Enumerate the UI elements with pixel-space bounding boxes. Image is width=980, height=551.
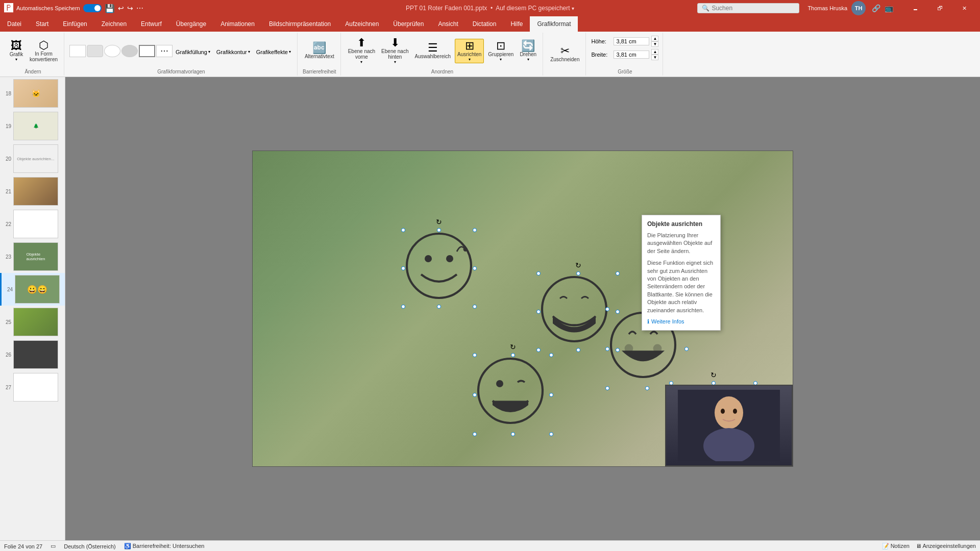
grafik-button[interactable]: 🖼 Grafik ▾ [6,39,27,63]
breite-input[interactable] [614,51,649,59]
rotate-handle-5[interactable]: ↻ [710,371,717,379]
emoji-obj-4[interactable]: ↻ [475,355,551,434]
preset-5[interactable] [139,45,155,57]
present-icon[interactable]: 📺 [885,4,893,12]
handle-br-4[interactable] [549,432,553,436]
slide-thumb-18[interactable]: 18 🐱 [0,77,65,110]
tab-dictation[interactable]: Dictation [465,16,504,32]
handle-ml-4[interactable] [473,393,477,397]
handle-tl-4[interactable] [473,353,477,357]
handle-bl-4[interactable] [473,432,477,436]
tab-start[interactable]: Start [29,16,56,32]
grafikkontur-dropdown[interactable]: Grafikkontur ▾ [214,48,252,56]
preset-2[interactable] [87,45,103,57]
preset-more[interactable]: ⋯ [156,45,173,57]
breite-up[interactable]: ▲ [651,49,658,55]
hohe-spin[interactable]: ▲ ▼ [651,36,658,47]
handle-bm[interactable] [437,305,441,309]
close-button[interactable]: ✕ [952,0,976,16]
ausrichten-button[interactable]: ⊞ Ausrichten ▾ [455,39,484,63]
tab-animationen[interactable]: Animationen [213,16,262,32]
handle-ml-2[interactable] [536,310,541,314]
handle-tr-2[interactable] [616,271,620,276]
slide-thumb-23[interactable]: 23 Objekteausrichten [0,240,65,273]
handle-tl[interactable] [401,228,405,232]
breite-spin[interactable]: ▲ ▼ [651,49,658,60]
handle-tr-4[interactable] [549,353,553,357]
handle-tr[interactable] [473,228,477,232]
display-settings-button[interactable]: 🖥 Anzeigeeinstellungen [916,543,976,549]
rotate-handle-1[interactable]: ↻ [436,218,442,226]
tab-ubergange[interactable]: Übergänge [169,16,213,32]
hohe-input[interactable] [614,37,649,45]
handle-tl-3[interactable] [605,307,609,311]
canvas-area[interactable]: ↻ ↻ [65,77,980,540]
preset-1[interactable] [69,45,86,57]
handle-bl-2[interactable] [536,348,541,352]
location-chevron[interactable]: ▾ [572,6,574,11]
slide-canvas[interactable]: ↻ ↻ [252,151,793,467]
hohe-down[interactable]: ▼ [651,41,658,47]
slide-thumb-22[interactable]: 22 [0,208,65,240]
preset-3[interactable] [104,45,120,57]
toolbar-redo-icon[interactable]: ↪ [127,4,133,12]
hohe-up[interactable]: ▲ [651,36,658,41]
toolbar-save-icon[interactable]: 💾 [105,4,115,13]
auswahlbereich-button[interactable]: ☰ Auswahlbereich [412,41,453,60]
drehen-button[interactable]: 🔄 Drehen ▾ [518,39,538,63]
tab-einfugen[interactable]: Einfügen [56,16,94,32]
handle-ml-3[interactable] [605,347,609,351]
minimize-button[interactable]: 🗕 [903,0,927,16]
grafikfullung-dropdown[interactable]: Grafikfüllung ▾ [174,48,212,56]
handle-tm[interactable] [437,228,441,232]
handle-bl[interactable] [401,305,405,309]
slide-thumb-20[interactable]: 20 Objekte ausrichten... [0,142,65,175]
breite-down[interactable]: ▼ [651,55,658,60]
tab-grafikformat[interactable]: Grafikformat [530,16,578,32]
ebene-vorne-button[interactable]: ⬆ Ebene nach vorne ▾ [346,36,377,65]
toolbar-undo-icon[interactable]: ↩ [118,4,124,12]
tab-hilfe[interactable]: Hilfe [503,16,530,32]
accessibility-indicator[interactable]: ♿ Barrierefreiheit: Untersuchen [124,543,205,549]
handle-bm-4[interactable] [511,432,515,436]
tooltip-link[interactable]: ℹ Weitere Infos [647,318,715,325]
tab-aufzeichnen[interactable]: Aufzeichnen [338,16,386,32]
handle-ml[interactable] [401,266,405,270]
handle-bm-2[interactable] [576,348,580,352]
handle-mr[interactable] [473,266,477,270]
gruppieren-button[interactable]: ⊡ Gruppieren ▾ [486,39,516,63]
avatar[interactable]: TH [851,1,866,15]
slide-thumb-19[interactable]: 19 🌲 [0,110,65,142]
in-form-button[interactable]: ⬡ In Form konvertieren [28,39,60,63]
slide-thumb-26[interactable]: 26 [0,338,65,371]
tab-zeichnen[interactable]: Zeichnen [94,16,134,32]
handle-br[interactable] [473,305,477,309]
notes-button[interactable]: 📝 Notizen [882,543,910,549]
slide-view-normal-icon[interactable]: ▭ [51,543,56,549]
tab-uberprufen[interactable]: Überprüfen [386,16,431,32]
zuschneiden-button[interactable]: ✂ Zuschneiden [548,44,581,63]
tab-bildschirm[interactable]: Bildschirmpräsentation [262,16,338,32]
rotate-handle-4[interactable]: ↻ [510,343,516,351]
slide-thumb-27[interactable]: 27 [0,371,65,404]
slide-thumb-24[interactable]: 24 😀😄 [0,273,65,306]
tab-ansicht[interactable]: Ansicht [431,16,465,32]
autosave-toggle[interactable] [83,4,102,12]
emoji-obj-1[interactable]: ↻ [403,230,475,307]
preset-4[interactable] [121,45,138,57]
handle-tl-2[interactable] [536,271,541,276]
handle-bm-3[interactable] [645,386,649,390]
search-input[interactable] [712,5,793,12]
tab-datei[interactable]: Datei [0,16,29,32]
slide-thumb-25[interactable]: 25 [0,306,65,338]
title-search[interactable]: 🔍 [697,3,799,13]
emoji-obj-2[interactable]: ↻ [538,273,618,350]
alternativtext-button[interactable]: 🔤 Alternativtext [303,41,336,60]
ebene-hinten-button[interactable]: ⬇ Ebene nach hinten ▾ [379,36,410,65]
slide-thumb-21[interactable]: 21 [0,175,65,208]
handle-mr-4[interactable] [549,393,553,397]
handle-tm-4[interactable] [511,353,515,357]
handle-mr-3[interactable] [684,347,689,351]
handle-tm-2[interactable] [576,271,580,276]
share-icon[interactable]: 🔗 [872,4,880,12]
